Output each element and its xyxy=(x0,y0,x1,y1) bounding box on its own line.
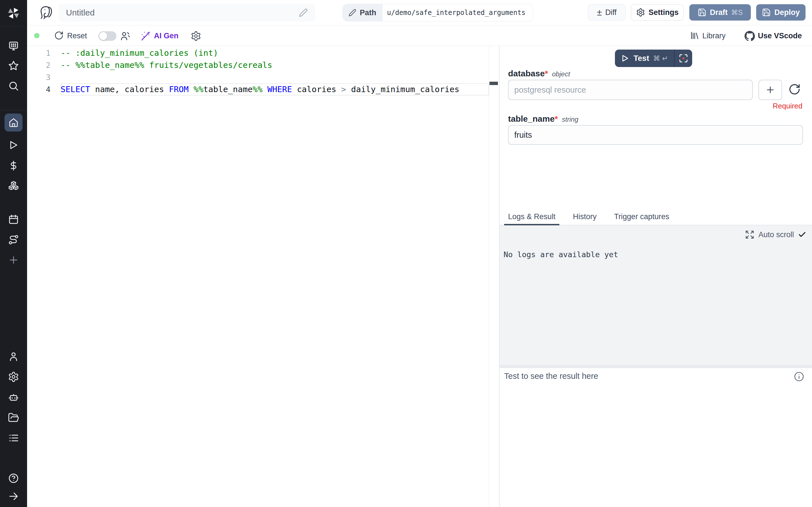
required-asterisk: * xyxy=(555,114,558,123)
editor-toolbar: Reset AI Gen Library xyxy=(27,25,812,46)
boxes-icon xyxy=(8,180,19,191)
library-button[interactable] xyxy=(690,31,700,40)
ai-gen-label[interactable]: AI Gen xyxy=(154,32,179,40)
refresh-icon xyxy=(788,83,801,96)
windmill-logo[interactable] xyxy=(4,4,22,22)
wand-sparkles-icon xyxy=(140,31,151,41)
line-number: 1 xyxy=(27,47,61,59)
plus-icon xyxy=(8,255,19,266)
tab-history[interactable]: History xyxy=(569,209,601,225)
diff-button[interactable]: ± Diff xyxy=(588,4,626,20)
save-icon xyxy=(698,8,707,17)
editor-code[interactable]: -- :daily_minimum_calories (int)-- %%tab… xyxy=(61,46,489,96)
path-label: Path xyxy=(360,8,376,17)
star-icon xyxy=(8,60,19,71)
windmill-logo-icon xyxy=(6,6,21,20)
path-field[interactable]: Path u/demo/safe_interpolated_arguments xyxy=(343,4,533,21)
user-icon xyxy=(8,351,19,362)
add-resource-button[interactable] xyxy=(758,80,782,100)
sidebar-item-search[interactable] xyxy=(4,77,22,95)
reset-label[interactable]: Reset xyxy=(67,32,87,40)
path-value: u/demo/safe_interpolated_arguments xyxy=(383,4,530,21)
use-vscode-label[interactable]: Use VScode xyxy=(758,32,802,40)
bot-icon xyxy=(8,392,19,403)
edit-name-pencil-icon[interactable] xyxy=(299,8,308,17)
sidebar-item-favorites[interactable] xyxy=(4,57,22,75)
test-button[interactable]: Test ⌘ ↵ xyxy=(615,50,674,67)
sidebar-item-folders[interactable] xyxy=(4,409,22,427)
save-icon xyxy=(762,8,771,17)
library-label[interactable]: Library xyxy=(702,32,726,40)
sidebar-item-home[interactable] xyxy=(4,114,22,131)
tab-logs-result[interactable]: Logs & Result xyxy=(504,209,559,225)
gear-icon xyxy=(636,8,645,17)
sidebar-item-routes[interactable] xyxy=(4,231,22,249)
sidebar-item-resources[interactable] xyxy=(4,177,22,195)
plus-icon xyxy=(765,85,775,95)
diff-mode-toggle[interactable] xyxy=(98,31,116,41)
sidebar-item-help[interactable] xyxy=(4,469,22,487)
sidebar-item-billing[interactable] xyxy=(4,157,22,175)
logs-empty-message: No logs are available yet xyxy=(504,250,618,259)
library-icon xyxy=(690,31,700,40)
sidebar-item-settings[interactable] xyxy=(4,368,22,386)
refresh-resources-button[interactable] xyxy=(788,83,801,96)
users-icon xyxy=(120,31,131,41)
reset-button[interactable] xyxy=(54,31,64,40)
script-name-input[interactable] xyxy=(66,8,299,17)
editor-settings-button[interactable] xyxy=(191,31,201,41)
sidebar-item-audit[interactable] xyxy=(4,429,22,447)
line-number: 2 xyxy=(27,59,61,71)
capture-test-button[interactable] xyxy=(675,50,692,67)
content: 1234 -- :daily_minimum_calories (int)-- … xyxy=(27,46,812,507)
result-hint: Test to see the result here xyxy=(504,372,598,381)
info-icon[interactable] xyxy=(794,371,805,382)
draft-shortcut: ⌘S xyxy=(731,8,743,17)
script-name-box xyxy=(59,4,315,21)
sidebar-item-schedules[interactable] xyxy=(4,210,22,228)
database-input[interactable] xyxy=(508,80,753,100)
sidebar-item-workers[interactable] xyxy=(4,388,22,406)
sidebar-item-user[interactable] xyxy=(4,348,22,365)
draft-button[interactable]: Draft ⌘S xyxy=(689,4,751,20)
auto-scroll-toggle[interactable]: Auto scroll xyxy=(745,230,806,239)
use-vscode-button[interactable] xyxy=(744,31,755,41)
deploy-button[interactable]: Deploy xyxy=(756,4,806,20)
tab-trigger-captures[interactable]: Trigger captures xyxy=(610,209,673,225)
code-line[interactable]: -- %%table_name%% fruits/vegetables/cere… xyxy=(61,59,489,71)
auto-scroll-label: Auto scroll xyxy=(758,230,794,239)
collaborators-button[interactable] xyxy=(120,31,131,41)
cursor-position-marker xyxy=(490,82,498,85)
code-line[interactable] xyxy=(61,71,489,83)
sidebar-divider xyxy=(0,26,27,26)
right-panel: Test ⌘ ↵ database* object xyxy=(499,46,812,507)
main-area: Path u/demo/safe_interpolated_arguments … xyxy=(27,0,812,507)
sidebar-item-workspace[interactable] xyxy=(4,37,22,55)
sidebar-divider xyxy=(0,110,27,110)
test-shortcut: ⌘ ↵ xyxy=(653,54,668,62)
panel-divider[interactable] xyxy=(500,365,812,368)
list-icon xyxy=(8,432,19,444)
sidebar-item-expand[interactable] xyxy=(4,487,22,505)
field-type: string xyxy=(562,115,578,123)
code-line[interactable]: -- :daily_minimum_calories (int) xyxy=(61,47,489,59)
path-label-section: Path xyxy=(343,4,383,21)
expand-icon[interactable] xyxy=(745,230,755,239)
plus-minus-icon: ± xyxy=(597,8,602,17)
settings-button[interactable]: Settings xyxy=(631,4,684,20)
edit-path-pencil-icon xyxy=(349,9,356,17)
table-name-input[interactable] xyxy=(508,125,803,145)
database-field-label: database* object xyxy=(508,69,570,78)
sidebar-item-runs[interactable] xyxy=(4,136,22,154)
code-editor[interactable]: 1234 -- :daily_minimum_calories (int)-- … xyxy=(27,46,499,507)
sidebar-item-create[interactable] xyxy=(4,251,22,269)
search-icon xyxy=(8,80,19,92)
toggle-knob xyxy=(99,32,107,40)
play-icon xyxy=(8,139,19,151)
line-number: 3 xyxy=(27,71,61,83)
code-line[interactable]: SELECT name, calories FROM %%table_name%… xyxy=(61,83,489,96)
test-button-group: Test ⌘ ↵ xyxy=(615,50,692,67)
postgresql-icon xyxy=(38,5,54,20)
ai-gen-button[interactable] xyxy=(140,31,151,41)
editor-scrollbar[interactable] xyxy=(489,46,499,507)
